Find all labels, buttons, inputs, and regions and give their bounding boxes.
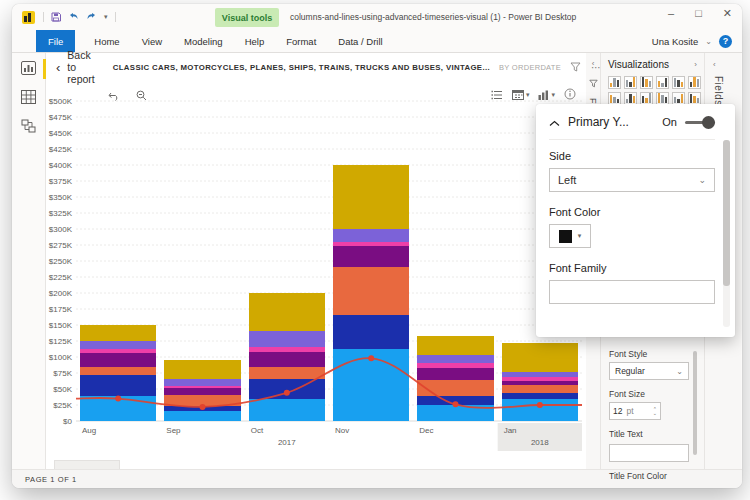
close-button[interactable]: ✕: [723, 7, 732, 20]
bar-segment-trains[interactable]: [333, 242, 409, 246]
minimize-button[interactable]: –: [668, 7, 674, 20]
bar-segment-ships[interactable]: [249, 352, 325, 367]
trend-point[interactable]: [284, 390, 290, 396]
report-canvas: ‹ Back to report CLASSIC CARS, MOTORCYCL…: [46, 53, 586, 469]
report-view-button[interactable]: [12, 61, 45, 75]
title-text-label: Title Text: [609, 429, 689, 439]
bar-segment-classic-cars[interactable]: [249, 399, 325, 421]
trend-point[interactable]: [200, 404, 206, 410]
bar-segment-planes[interactable]: [80, 367, 156, 375]
bar-segment-motorcycles[interactable]: [502, 393, 578, 398]
trend-point[interactable]: [453, 401, 459, 407]
account-name[interactable]: Una Kosite: [652, 36, 698, 47]
bar-segment-trains[interactable]: [502, 377, 578, 381]
chevron-down-icon: ⌄: [676, 367, 683, 376]
x-axis-month-label: Nov: [335, 426, 349, 435]
bar-segment-vintage-cars[interactable]: [417, 336, 493, 355]
ribbon-tab-format[interactable]: Format: [275, 30, 327, 52]
data-view-button[interactable]: [12, 90, 45, 104]
bar-segment-motorcycles[interactable]: [333, 315, 409, 349]
bar-segment-trains[interactable]: [249, 347, 325, 352]
bar-segment-ships[interactable]: [417, 368, 493, 380]
vis-type-icon[interactable]: [688, 76, 701, 89]
bar-segment-vintage-cars[interactable]: [502, 343, 578, 372]
bar-segment-vintage-cars[interactable]: [249, 293, 325, 331]
redo-icon[interactable]: [86, 12, 97, 22]
vis-type-icon[interactable]: [640, 76, 653, 89]
font-size-stepper[interactable]: 12 pt ⌃⌄: [609, 402, 661, 420]
qat-customize-caret-icon[interactable]: ▾: [104, 13, 108, 21]
more-options-icon[interactable]: ⋯: [591, 62, 601, 73]
vis-type-icon[interactable]: [624, 76, 637, 89]
x-axis-month-label: Oct: [251, 426, 264, 435]
trend-point[interactable]: [115, 396, 121, 402]
bar-segment-ships[interactable]: [333, 246, 409, 268]
divider: [115, 12, 116, 22]
y-axis-tick-label: $250K: [49, 257, 73, 266]
maximize-button[interactable]: □: [695, 7, 702, 20]
page-tab[interactable]: [54, 460, 120, 469]
bar-segment-vintage-cars[interactable]: [164, 360, 240, 379]
back-to-report-link[interactable]: ‹ Back to report: [56, 49, 95, 85]
bar-segment-ships[interactable]: [502, 381, 578, 385]
primary-y-toggle[interactable]: [685, 115, 715, 129]
help-icon[interactable]: ?: [719, 35, 732, 48]
y-axis-tick-label: $0: [63, 417, 72, 426]
bar-segment-trucks-and-buses[interactable]: [417, 355, 493, 363]
divider: [43, 12, 44, 22]
bar-segment-trains[interactable]: [164, 386, 240, 388]
font-style-dropdown[interactable]: Regular ⌄: [609, 362, 689, 380]
bar-segment-vintage-cars[interactable]: [333, 165, 409, 229]
ribbon-tab-help[interactable]: Help: [234, 30, 276, 52]
card-title[interactable]: Primary Y...: [568, 115, 629, 129]
bar-segment-planes[interactable]: [249, 367, 325, 380]
visual-tools-contextual-tab[interactable]: Visual tools: [215, 8, 279, 27]
bar-segment-trucks-and-buses[interactable]: [249, 331, 325, 346]
fields-collapse-icon[interactable]: ‹: [713, 60, 716, 69]
ribbon-tab-data-drill[interactable]: Data / Drill: [327, 30, 393, 52]
bar-segment-classic-cars[interactable]: [164, 411, 240, 421]
filter-funnel-icon[interactable]: [570, 58, 581, 76]
visualizations-expand-icon[interactable]: ›: [694, 60, 697, 69]
ribbon-tab-modeling[interactable]: Modeling: [173, 30, 234, 52]
stacked-column-line-chart[interactable]: $0$25K$50K$75K$100K$125K$150K$175K$200K$…: [48, 95, 586, 467]
vis-type-icon[interactable]: [608, 76, 621, 89]
bar-segment-ships[interactable]: [80, 353, 156, 367]
font-family-label: Font Family: [549, 262, 715, 274]
ribbon-tab-view[interactable]: View: [131, 30, 173, 52]
bar-segment-planes[interactable]: [502, 385, 578, 394]
model-view-button[interactable]: [12, 119, 45, 133]
bar-segment-trucks-and-buses[interactable]: [80, 341, 156, 349]
bar-segment-classic-cars[interactable]: [502, 399, 578, 421]
bar-segment-trains[interactable]: [80, 349, 156, 353]
side-dropdown[interactable]: Left ⌄: [549, 168, 715, 192]
vis-type-icon[interactable]: [672, 76, 685, 89]
bar-segment-trucks-and-buses[interactable]: [502, 372, 578, 377]
bar-segment-trains[interactable]: [417, 363, 493, 368]
trend-point[interactable]: [368, 355, 374, 361]
card-scrollbar[interactable]: [723, 140, 730, 327]
bar-segment-vintage-cars[interactable]: [80, 325, 156, 341]
format-pane-scrollbar[interactable]: [693, 351, 697, 455]
y-axis-tick-label: $400K: [49, 161, 73, 170]
font-size-value: 12: [613, 406, 622, 416]
font-family-input[interactable]: [549, 280, 715, 304]
account-caret-icon[interactable]: ⌄: [705, 37, 712, 46]
y-axis-tick-label: $500K: [49, 97, 73, 106]
font-color-picker[interactable]: ▾: [549, 224, 591, 248]
bar-segment-trucks-and-buses[interactable]: [164, 379, 240, 386]
save-icon[interactable]: [51, 12, 61, 22]
bar-segment-planes[interactable]: [417, 380, 493, 396]
bar-segment-trucks-and-buses[interactable]: [333, 229, 409, 242]
trend-point[interactable]: [537, 402, 543, 408]
vis-type-icon[interactable]: [656, 76, 669, 89]
y-axis-tick-label: $475K: [49, 113, 73, 122]
color-swatch: [559, 230, 572, 243]
title-text-input[interactable]: [609, 444, 689, 462]
bar-segment-motorcycles[interactable]: [80, 375, 156, 396]
bar-segment-planes[interactable]: [333, 267, 409, 315]
chevron-up-icon[interactable]: [549, 113, 560, 131]
undo-icon[interactable]: [68, 12, 79, 22]
spin-down-icon[interactable]: ⌄: [653, 411, 657, 415]
bar-segment-ships[interactable]: [164, 388, 240, 395]
